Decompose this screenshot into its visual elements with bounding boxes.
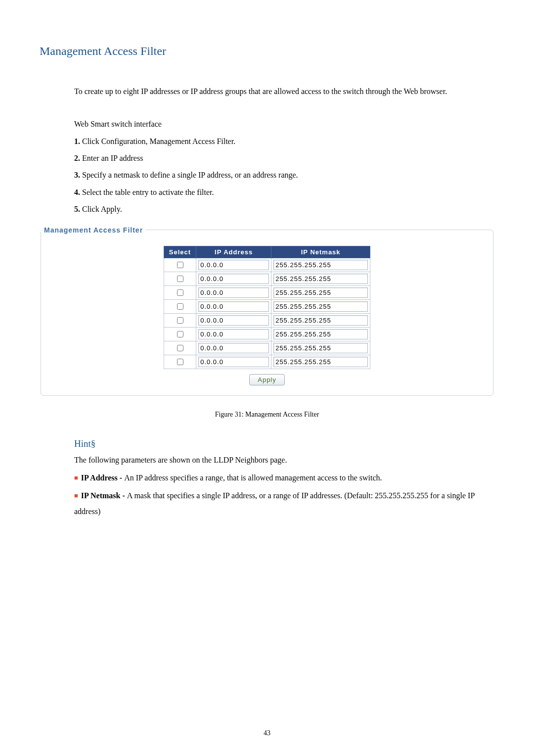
square-bullet-icon: ■ [74, 489, 78, 502]
ip-netmask-input[interactable] [273, 260, 368, 270]
select-checkbox[interactable] [177, 289, 183, 296]
select-checkbox[interactable] [177, 345, 183, 351]
ip-address-input[interactable] [198, 357, 269, 367]
step-5: 5. Click Apply. [74, 202, 494, 217]
table-row [164, 285, 370, 299]
ip-address-input[interactable] [198, 260, 269, 270]
select-checkbox[interactable] [177, 262, 183, 268]
cell-netmask [271, 341, 370, 355]
ip-netmask-input[interactable] [273, 357, 368, 367]
cell-netmask [271, 272, 370, 285]
ip-address-input[interactable] [198, 287, 269, 298]
cell-select [164, 272, 196, 285]
step-4: 4. Select the table entry to activate th… [74, 185, 494, 200]
ip-address-input[interactable] [198, 274, 269, 284]
page-title: Management Access Filter [40, 45, 494, 58]
col-header-ip: IP Address [196, 246, 271, 258]
web-smart-label: Web Smart switch interface [74, 117, 494, 132]
ip-address-input[interactable] [198, 301, 269, 312]
steps-block: Web Smart switch interface 1. Click Conf… [74, 117, 494, 217]
management-access-filter-panel: Management Access Filter Select IP Addre… [41, 226, 493, 396]
cell-select [164, 299, 196, 313]
step-1: 1. Click Configuration, Management Acces… [74, 134, 494, 149]
page-number: 43 [40, 729, 494, 737]
ip-address-input[interactable] [198, 315, 269, 326]
cell-netmask [271, 313, 370, 327]
step-number: 2. [74, 154, 80, 162]
table-row [164, 327, 370, 341]
ip-address-input[interactable] [198, 343, 269, 353]
step-number: 3. [74, 171, 80, 179]
cell-netmask [271, 355, 370, 369]
select-checkbox[interactable] [177, 331, 183, 337]
hint-item-text: A mask that specifies a single IP addres… [74, 491, 475, 516]
table-row [164, 341, 370, 355]
cell-ip [196, 272, 271, 285]
hint-body: The following parameters are shown on th… [74, 452, 494, 520]
cell-select [164, 285, 196, 299]
hint-heading: Hint§ [74, 438, 494, 449]
step-number: 4. [74, 188, 80, 196]
step-text: Select the table entry to activate the f… [80, 188, 214, 196]
table-row [164, 355, 370, 369]
col-header-netmask: IP Netmask [271, 246, 370, 258]
ip-netmask-input[interactable] [273, 301, 368, 312]
step-text: Enter an IP address [80, 154, 143, 162]
select-checkbox[interactable] [177, 276, 183, 282]
step-text: Click Apply. [80, 205, 122, 213]
ip-netmask-input[interactable] [273, 343, 368, 353]
table-row [164, 258, 370, 272]
cell-netmask [271, 327, 370, 341]
table-row [164, 299, 370, 313]
ip-netmask-input[interactable] [273, 329, 368, 339]
step-number: 5. [74, 205, 80, 213]
table-row [164, 272, 370, 285]
step-number: 1. [74, 137, 80, 145]
apply-button[interactable]: Apply [249, 374, 285, 385]
hint-item-ip-address: ■ IP Address - An IP address specifies a… [74, 470, 494, 486]
cell-select [164, 327, 196, 341]
ip-netmask-input[interactable] [273, 287, 368, 298]
hint-preface: The following parameters are shown on th… [74, 452, 494, 468]
cell-ip [196, 285, 271, 299]
step-text: Click Configuration, Management Access F… [80, 137, 235, 145]
ip-netmask-input[interactable] [273, 315, 368, 326]
hint-item-label: IP Netmask - [81, 491, 127, 500]
cell-select [164, 258, 196, 272]
hint-item-label: IP Address - [81, 473, 124, 482]
table-row [164, 313, 370, 327]
hint-item-ip-netmask: ■ IP Netmask - A mask that specifies a s… [74, 488, 494, 520]
cell-netmask [271, 285, 370, 299]
cell-ip [196, 299, 271, 313]
cell-ip [196, 313, 271, 327]
intro-paragraph: To create up to eight IP addresses or IP… [74, 83, 494, 100]
select-checkbox[interactable] [177, 317, 183, 324]
cell-netmask [271, 258, 370, 272]
cell-select [164, 341, 196, 355]
square-bullet-icon: ■ [74, 472, 78, 484]
hint-item-text: An IP address specifies a range, that is… [124, 473, 382, 482]
ip-netmask-input[interactable] [273, 274, 368, 284]
cell-ip [196, 258, 271, 272]
step-2: 2. Enter an IP address [74, 151, 494, 166]
col-header-select: Select [164, 246, 196, 258]
cell-select [164, 355, 196, 369]
step-text: Specify a netmask to define a single IP … [80, 171, 298, 179]
fieldset-legend: Management Access Filter [41, 226, 146, 234]
cell-ip [196, 341, 271, 355]
cell-ip [196, 327, 271, 341]
select-checkbox[interactable] [177, 303, 183, 310]
filter-table: Select IP Address IP Netmask [164, 246, 370, 369]
ip-address-input[interactable] [198, 329, 269, 339]
cell-ip [196, 355, 271, 369]
cell-select [164, 313, 196, 327]
cell-netmask [271, 299, 370, 313]
step-3: 3. Specify a netmask to define a single … [74, 168, 494, 183]
figure-caption: Figure 31: Management Access Filter [40, 411, 494, 419]
select-checkbox[interactable] [177, 359, 183, 365]
